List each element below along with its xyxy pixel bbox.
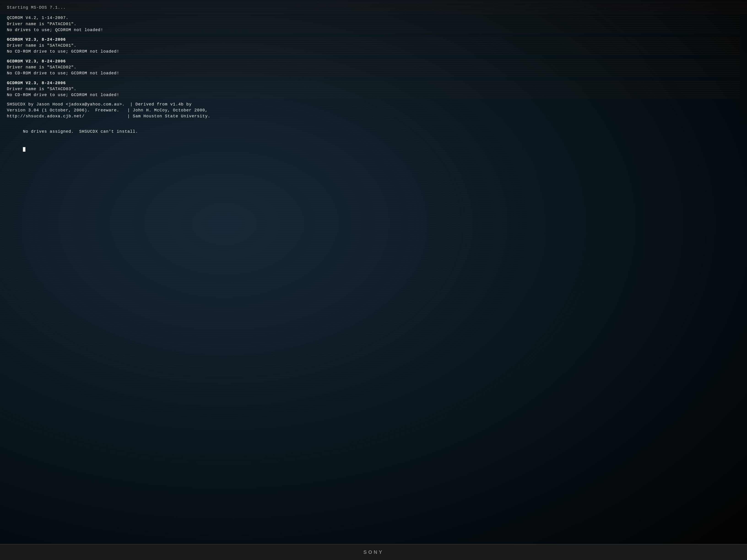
terminal-cursor	[23, 147, 25, 152]
cursor-line	[7, 140, 740, 158]
gcdrom1-line-2: Driver name is "SATACD01".	[7, 43, 740, 49]
final-line: No drives assigned. SHSUCDX can't instal…	[7, 123, 740, 140]
terminal-content: Starting MS-DOS 7.1... QCDROM V4.2, 1-14…	[7, 5, 740, 542]
header-line: Starting MS-DOS 7.1...	[7, 5, 740, 10]
gcdrom2-section: GCDROM V2.3, 8-24-2006 Driver name is "S…	[7, 58, 740, 76]
qcdrom-line-1: QCDROM V4.2, 1-14-2007.	[7, 15, 740, 21]
gcdrom3-line-1: GCDROM V2.3, 8-24-2006	[7, 80, 740, 86]
final-line-text: No drives assigned. SHSUCDX can't instal…	[23, 129, 138, 134]
gcdrom3-section: GCDROM V2.3, 8-24-2006 Driver name is "S…	[7, 80, 740, 98]
gcdrom2-line-2: Driver name is "SATACD02".	[7, 64, 740, 70]
qcdrom-line-3: No drives to use; QCDROM not loaded!	[7, 27, 740, 33]
qcdrom-line-2: Driver name is "PATACD01".	[7, 21, 740, 27]
terminal-screen: Starting MS-DOS 7.1... QCDROM V4.2, 1-14…	[0, 0, 747, 560]
shsucdx-line-3: http://shsucdx.adoxa.cjb.net/ | Sam Hous…	[7, 113, 740, 119]
shsucdx-line-2: Version 3.04 (1 October, 2006). Freeware…	[7, 107, 740, 113]
gcdrom1-line-1: GCDROM V2.3, 8-24-2006	[7, 36, 740, 43]
sony-logo: SONY	[363, 549, 384, 555]
gcdrom1-line-3: No CD-ROM drive to use; GCDROM not loade…	[7, 49, 740, 54]
shsucdx-section: SHSUCDX by Jason Hood <jadoxa@yahoo.com.…	[7, 101, 740, 119]
gcdrom2-line-1: GCDROM V2.3, 8-24-2006	[7, 58, 740, 64]
gcdrom2-line-3: No CD-ROM drive to use; GCDROM not loade…	[7, 70, 740, 76]
qcdrom-section: QCDROM V4.2, 1-14-2007. Driver name is "…	[7, 15, 740, 33]
bottom-bar: SONY	[0, 544, 747, 560]
gcdrom1-section: GCDROM V2.3, 8-24-2006 Driver name is "S…	[7, 36, 740, 55]
shsucdx-line-1: SHSUCDX by Jason Hood <jadoxa@yahoo.com.…	[7, 101, 740, 107]
gcdrom3-line-3: No CD-ROM drive to use; GCDROM not loade…	[7, 92, 740, 98]
gcdrom3-line-2: Driver name is "SATACD03".	[7, 86, 740, 92]
